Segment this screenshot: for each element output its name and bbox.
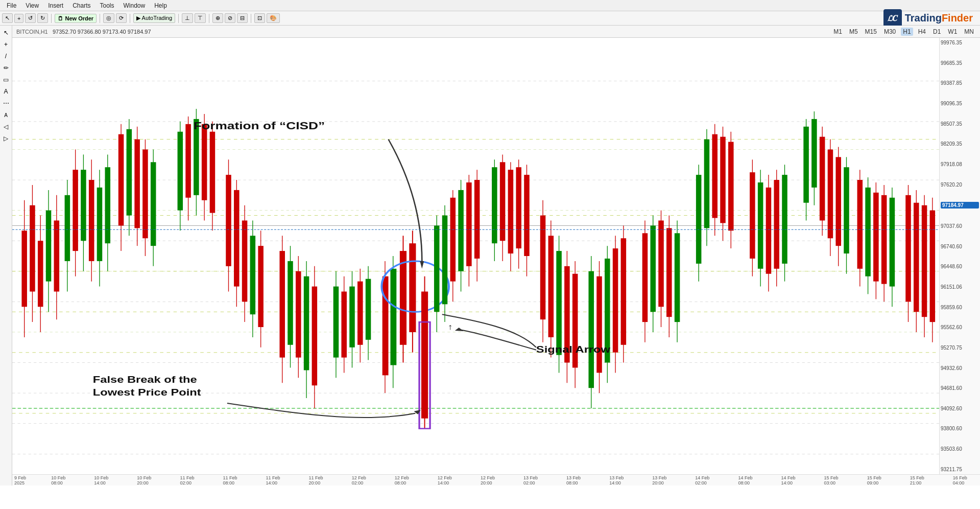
toolbar-zoom-out[interactable]: ⊘ [225, 13, 235, 23]
price-label-16: 94932.60 [941, 365, 979, 371]
svg-rect-29 [46, 211, 52, 282]
time-label-4: 11 Feb 02:00 [180, 475, 205, 485]
svg-rect-155 [666, 228, 672, 317]
price-label-1: 99685.35 [941, 60, 979, 66]
toolbar-fit[interactable]: ⊟ [237, 13, 248, 23]
tf-h1[interactable]: H1 [901, 28, 913, 36]
timeframe-buttons: M1 M5 M15 M30 H1 H4 D1 W1 MN [831, 28, 976, 36]
menu-file[interactable]: File [3, 1, 20, 10]
time-label-1: 10 Feb 08:00 [51, 475, 76, 485]
toolbar-history[interactable]: ◎ [103, 13, 114, 23]
tool-cursor[interactable]: ↖ [1, 28, 11, 38]
svg-rect-169 [750, 172, 755, 259]
tool-crosshair[interactable]: + [1, 39, 11, 50]
svg-rect-115 [466, 182, 472, 266]
timeframe-bar: BITCOIN,H1 97352.70 97366.80 97173.40 97… [12, 26, 980, 38]
tf-m5[interactable]: M5 [847, 28, 860, 36]
toolbar-arrow[interactable]: ↖ [2, 13, 13, 23]
toolbar-redo[interactable]: ↻ [37, 13, 48, 23]
svg-rect-107 [434, 225, 440, 312]
time-label-7: 11 Feb 20:00 [309, 475, 334, 485]
svg-rect-141 [596, 276, 602, 373]
chart-and-axis: Formation of “CISD” Signal Arrow ↑ False… [12, 38, 980, 474]
tool-rectangle[interactable]: ▭ [1, 75, 11, 85]
svg-rect-37 [81, 170, 86, 241]
svg-rect-97 [390, 269, 396, 365]
chart-plot-area[interactable]: Formation of “CISD” Signal Arrow ↑ False… [12, 38, 939, 474]
svg-rect-117 [474, 180, 480, 259]
svg-rect-183 [820, 137, 825, 221]
tool-text[interactable]: A [1, 86, 11, 97]
menu-charts[interactable]: Charts [68, 1, 94, 10]
time-label-20: 15 Feb 09:00 [867, 475, 892, 485]
svg-rect-109 [442, 216, 448, 305]
svg-rect-55 [178, 132, 183, 211]
toolbar-refresh[interactable]: ⟳ [116, 13, 127, 23]
svg-text:False Break of the: False Break of the [93, 375, 197, 385]
menu-window[interactable]: Window [119, 1, 150, 10]
svg-rect-61 [202, 124, 207, 200]
toolbar-objects[interactable]: ⊡ [254, 13, 265, 23]
price-label-13: 95859.60 [941, 305, 979, 310]
toolbar-autotrading[interactable]: ▶ AutoTrading [133, 13, 175, 23]
tf-m30[interactable]: M30 [882, 28, 898, 36]
svg-rect-159 [696, 175, 702, 264]
menu-help[interactable]: Help [150, 1, 171, 10]
tf-h4[interactable]: H4 [916, 28, 928, 36]
svg-text:Formation of “CISD”: Formation of “CISD” [194, 120, 325, 131]
tool-next[interactable]: ▷ [1, 133, 11, 144]
toolbar-crosshair[interactable]: + [14, 14, 23, 23]
menu-insert[interactable]: Insert [44, 1, 67, 10]
tf-d1[interactable]: D1 [931, 28, 943, 36]
tool-line[interactable]: / [1, 51, 11, 61]
tool-dots[interactable]: ⋯ [1, 98, 11, 108]
svg-rect-129 [540, 216, 546, 320]
tool-label-a[interactable]: A [1, 110, 11, 120]
svg-rect-161 [704, 140, 710, 228]
tool-prev[interactable]: ◁ [1, 122, 11, 132]
price-label-12: 96151.06 [941, 284, 979, 290]
toolbar-new-order[interactable]: 🗒 New Order [55, 14, 97, 23]
svg-rect-35 [73, 170, 78, 251]
svg-rect-165 [720, 137, 726, 223]
price-axis: 99976.35 99685.35 99387.85 99096.35 9850… [939, 38, 980, 474]
svg-text:Signal Arrow: Signal Arrow [536, 344, 611, 354]
price-label-4: 98507.35 [941, 121, 979, 127]
toolbar-tpl[interactable]: ⊤ [195, 13, 206, 23]
svg-rect-139 [588, 271, 594, 388]
time-label-12: 13 Feb 02:00 [523, 475, 548, 485]
time-label-18: 14 Feb 14:00 [781, 475, 806, 485]
toolbar-zoom-in[interactable]: ⊕ [212, 13, 223, 23]
branding-logo-icon: 𝓛𝑪 [883, 9, 902, 28]
svg-rect-67 [234, 190, 240, 287]
tf-w1[interactable]: W1 [946, 28, 959, 36]
price-label-5: 98209.35 [941, 141, 979, 147]
time-label-9: 12 Feb 08:00 [395, 475, 420, 485]
svg-rect-41 [97, 188, 103, 261]
toolbar-indicators[interactable]: ⊥ [182, 13, 193, 23]
menu-view[interactable]: View [21, 1, 43, 10]
toolbar-color[interactable]: 🎨 [267, 13, 280, 23]
svg-rect-39 [89, 180, 94, 261]
menu-tools[interactable]: Tools [96, 1, 118, 10]
svg-rect-163 [712, 134, 718, 218]
time-label-11: 12 Feb 20:00 [481, 475, 506, 485]
chart-canvas: BITCOIN,H1 97352.70 97366.80 97173.40 97… [12, 26, 980, 485]
svg-rect-47 [127, 129, 132, 216]
toolbar-undo[interactable]: ↺ [25, 13, 36, 23]
tool-pencil[interactable]: ✏ [1, 63, 11, 73]
svg-rect-185 [828, 149, 833, 238]
svg-rect-167 [728, 142, 734, 231]
svg-rect-101 [409, 243, 416, 332]
time-label-17: 14 Feb 08:00 [738, 475, 763, 485]
tf-m1[interactable]: M1 [831, 28, 844, 36]
main-toolbar: ↖ + ↺ ↻ 🗒 New Order ◎ ⟳ ▶ AutoTrading ⊥ … [0, 11, 980, 26]
svg-rect-197 [881, 195, 887, 284]
tf-m15[interactable]: M15 [863, 28, 879, 36]
time-label-13: 13 Feb 08:00 [566, 475, 591, 485]
svg-rect-69 [242, 220, 248, 302]
time-label-2: 10 Feb 14:00 [94, 475, 119, 485]
svg-rect-125 [516, 167, 521, 248]
time-label-22: 16 Feb 04:00 [953, 475, 978, 485]
tf-mn[interactable]: MN [962, 28, 976, 36]
